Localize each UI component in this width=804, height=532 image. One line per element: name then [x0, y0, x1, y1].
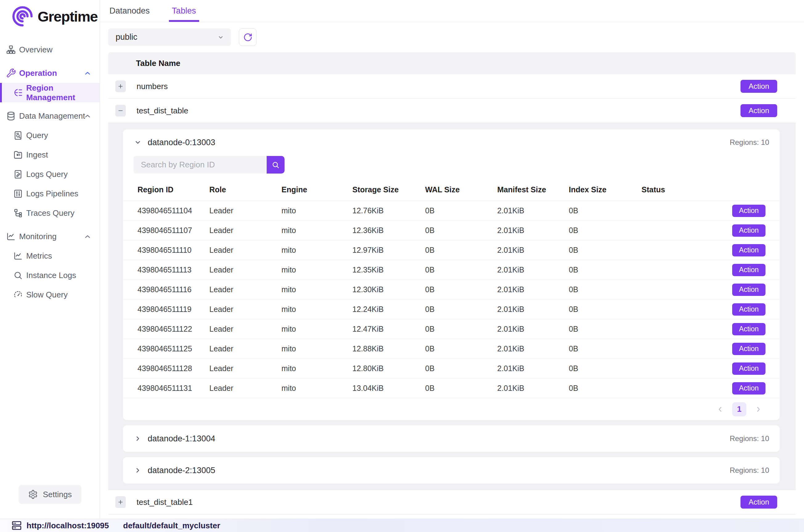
region-row: 4398046511110Leadermito12.97KiB0B2.01KiB… [123, 240, 780, 260]
region-cell-manifest: 2.01KiB [497, 246, 569, 254]
region-action-button[interactable]: Action [732, 224, 765, 237]
region-cell-manifest: 2.01KiB [497, 206, 569, 215]
sidebar-item-monitoring[interactable]: Monitoring [0, 227, 100, 246]
table-row: numbers Action [108, 74, 796, 99]
table-action-button[interactable]: Action [741, 104, 777, 117]
sidebar-item-overview[interactable]: Overview [0, 40, 100, 59]
sitemap-icon [6, 45, 16, 55]
region-cell-region-id: 4398046511107 [137, 226, 209, 235]
region-action-cell: Action [732, 284, 765, 296]
region-cell-storage: 12.47KiB [352, 325, 425, 334]
collapse-button[interactable] [115, 105, 126, 116]
line-chart-icon [6, 231, 16, 242]
page-number[interactable]: 1 [732, 402, 746, 416]
cluster-name: default/default_mycluster [123, 521, 220, 530]
region-cell-storage: 12.30KiB [352, 285, 425, 294]
database-icon [6, 111, 16, 121]
region-cell-engine: mito [282, 285, 352, 294]
brand-logo: Greptime [0, 0, 100, 33]
folder-import-icon [13, 150, 23, 160]
region-cell-storage: 12.97KiB [352, 246, 425, 254]
sidebar-item-metrics[interactable]: Metrics [0, 246, 100, 266]
region-cell-role: Leader [209, 344, 282, 353]
region-action-cell: Action [732, 343, 765, 355]
tab-datanodes[interactable]: Datanodes [108, 0, 151, 22]
region-cell-engine: mito [282, 246, 352, 254]
region-cell-wal: 0B [425, 265, 497, 274]
chevron-right-icon[interactable] [754, 405, 762, 413]
region-cell-manifest: 2.01KiB [497, 285, 569, 294]
datanode-card-collapsed[interactable]: datanode-2:13005 Regions: 10 [123, 457, 780, 483]
chevron-up-icon[interactable] [83, 112, 92, 120]
sidebar-item-logs-query[interactable]: Logs Query [0, 165, 100, 184]
region-action-cell: Action [732, 362, 765, 375]
gear-icon [28, 490, 38, 499]
region-action-button[interactable]: Action [732, 244, 765, 256]
region-action-button[interactable]: Action [732, 323, 765, 335]
region-cell-role: Leader [209, 384, 282, 393]
table-row: test_dist_table1 Action [108, 490, 796, 514]
sidebar-item-region-management[interactable]: Region Management [0, 83, 100, 102]
region-action-button[interactable]: Action [732, 205, 765, 217]
region-column-header: Storage Size [352, 185, 425, 194]
sidebar-item-ingest[interactable]: Ingest [0, 145, 100, 165]
table-action-button[interactable]: Action [741, 80, 777, 93]
plus-icon [117, 499, 124, 506]
toolbar: public [108, 28, 796, 46]
region-cell-wal: 0B [425, 384, 497, 393]
chevron-up-icon[interactable] [83, 69, 92, 77]
region-action-button[interactable]: Action [732, 264, 765, 276]
region-column-header: Index Size [569, 185, 642, 194]
region-action-cell: Action [732, 244, 765, 256]
document-search-icon [13, 130, 23, 140]
region-search-input[interactable] [133, 156, 267, 173]
region-action-button[interactable]: Action [732, 303, 765, 316]
region-cell-manifest: 2.01KiB [497, 364, 569, 373]
sidebar-item-query[interactable]: Query [0, 126, 100, 145]
region-action-cell: Action [732, 303, 765, 316]
tab-tables[interactable]: Tables [171, 0, 197, 22]
database-select[interactable]: public [108, 28, 231, 46]
table-name: test_dist_table [137, 106, 188, 116]
region-cell-role: Leader [209, 265, 282, 274]
region-search-row [123, 156, 780, 173]
settings-button[interactable]: Settings [19, 485, 81, 504]
server-icon [11, 520, 22, 531]
region-cell-storage: 13.04KiB [352, 384, 425, 393]
sidebar-nav: Overview Operation Region Managemen [0, 33, 100, 305]
sidebar-item-operation[interactable]: Operation [0, 63, 100, 83]
region-cell-engine: mito [282, 364, 352, 373]
datanode-name: datanode-0:13003 [148, 138, 215, 147]
region-action-button[interactable]: Action [732, 382, 765, 395]
region-cell-wal: 0B [425, 344, 497, 353]
chevron-left-icon[interactable] [716, 405, 724, 413]
region-cell-index: 0B [569, 265, 642, 274]
chevron-up-icon[interactable] [83, 233, 92, 241]
main-area: Datanodes Tables public [100, 0, 804, 519]
connection-url[interactable]: http://localhost:19095 [26, 521, 109, 530]
sidebar-item-label: Monitoring [19, 232, 56, 241]
sidebar-item-data-management[interactable]: Data Management [0, 106, 100, 126]
region-action-button[interactable]: Action [732, 343, 765, 355]
chevron-right-icon [133, 466, 142, 475]
region-cell-wal: 0B [425, 285, 497, 294]
region-action-button[interactable]: Action [732, 284, 765, 296]
table-action-button[interactable]: Action [741, 496, 777, 509]
sidebar-item-logs-pipelines[interactable]: Logs Pipelines [0, 184, 100, 204]
region-cell-wal: 0B [425, 226, 497, 235]
expand-button[interactable] [115, 496, 126, 508]
expand-button[interactable] [115, 80, 126, 92]
refresh-button[interactable] [239, 28, 256, 46]
sidebar-item-label: Instance Logs [26, 271, 76, 280]
region-cell-role: Leader [209, 305, 282, 314]
sidebar-item-instance-logs[interactable]: Instance Logs [0, 266, 100, 285]
region-cell-engine: mito [282, 344, 352, 353]
sidebar-item-slow-query[interactable]: Slow Query [0, 285, 100, 305]
status-bar: http://localhost:19095 default/default_m… [0, 519, 804, 532]
datanode-card-collapsed[interactable]: datanode-1:13004 Regions: 10 [123, 425, 780, 452]
region-action-button[interactable]: Action [732, 362, 765, 375]
chevron-down-icon [133, 138, 142, 147]
region-search-button[interactable] [267, 156, 285, 173]
datanode-header[interactable]: datanode-0:13003 Regions: 10 [123, 130, 780, 155]
sidebar-item-traces-query[interactable]: Traces Query [0, 204, 100, 223]
